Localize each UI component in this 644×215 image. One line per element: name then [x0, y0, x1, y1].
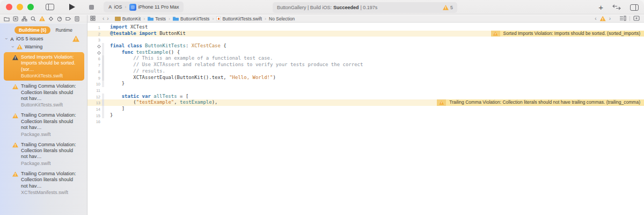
chevron-separator: ›: [211, 16, 214, 22]
navigator-tab-strip: [0, 15, 87, 22]
close-window-button[interactable]: [6, 4, 12, 10]
source-control-navigator-icon[interactable]: [13, 16, 18, 22]
navigator-divider[interactable]: [87, 15, 87, 215]
report-navigator-icon[interactable]: [75, 16, 79, 22]
tab-buildtime[interactable]: Buildtime (5): [14, 26, 50, 34]
code-line-7[interactable]: 7 // Use XCTAssert and related functions…: [87, 62, 644, 68]
code-text: XCTAssertEqual(ButtonKit().text, "Hello,…: [104, 75, 276, 81]
scheme-platform[interactable]: iOS: [114, 4, 122, 10]
breakpoint-navigator-icon[interactable]: [65, 16, 71, 22]
find-navigator-icon[interactable]: [31, 16, 36, 22]
previous-issue-button[interactable]: ‹: [595, 16, 596, 22]
breadcrumb-label: No Selection: [269, 16, 295, 22]
code-line-2[interactable]: 2@testable import ButtonKitSorted Import…: [87, 31, 644, 37]
line-number: 3: [87, 37, 100, 43]
code-line-10[interactable]: 10 }: [87, 81, 644, 87]
code-line-6[interactable]: 6 // This is an example of a functional …: [87, 55, 644, 62]
code-review-button[interactable]: [612, 3, 621, 12]
line-number: 6: [87, 55, 100, 62]
destination-app-icon: [129, 4, 136, 11]
breadcrumb-item[interactable]: ButtonKitTests.swift: [216, 16, 262, 22]
project-navigator-icon[interactable]: [4, 16, 10, 22]
breadcrumb-label: Tests: [155, 16, 166, 22]
next-issue-button[interactable]: ›: [609, 16, 611, 22]
issue-list-item[interactable]: Trailing Comma Violation: Collection lit…: [4, 169, 84, 197]
code-line-5[interactable]: func testExample() {: [87, 49, 644, 56]
code-line-8[interactable]: 8 // results.: [87, 68, 644, 75]
stop-button[interactable]: [89, 5, 94, 10]
breadcrumb-item[interactable]: ButtonKit: [115, 16, 141, 22]
issue-list-item[interactable]: Trailing Comma Violation: Collection lit…: [4, 81, 84, 110]
code-text: static var allTests = [: [104, 94, 188, 100]
issue-navigator-tabs: Buildtime (5) Runtime: [0, 23, 87, 34]
code-line-15[interactable]: 15}: [87, 112, 644, 119]
activity-status-bar[interactable]: ButtonGallery | Build iOS: Succeeded | 0…: [273, 2, 457, 13]
root-label: iOS 5 issues: [16, 36, 43, 41]
symbol-navigator-icon[interactable]: [21, 16, 27, 22]
run-destination[interactable]: iPhone 11 Pro Max: [138, 4, 179, 10]
issue-file-name: Package.swift: [21, 161, 78, 167]
code-line-3[interactable]: 3: [87, 37, 644, 43]
scheme-selector[interactable]: A iOS › iPhone 11 Pro Max: [104, 2, 184, 12]
inline-warning-annotation[interactable]: Trailing Comma Violation: Collection lit…: [437, 99, 644, 106]
breadcrumb: ButtonKit›Tests›ButtonKitTests›ButtonKit…: [115, 16, 295, 22]
add-editor-icon[interactable]: [633, 16, 640, 22]
inline-warning-annotation[interactable]: Sorted Imports Violation: Imports should…: [491, 31, 644, 37]
test-navigator-icon[interactable]: [48, 16, 54, 22]
library-add-button[interactable]: +: [598, 3, 603, 11]
go-back-button[interactable]: ‹: [103, 16, 104, 22]
issue-file-name: XCTestManifests.swift: [21, 190, 78, 196]
code-line-4[interactable]: final class ButtonKitTests: XCTestCase {: [87, 43, 644, 49]
disclosure-chevron-icon[interactable]: ›: [10, 45, 16, 49]
code-line-14[interactable]: 14 ]: [87, 106, 644, 112]
zoom-window-button[interactable]: [27, 4, 34, 10]
warning-icon: [12, 113, 18, 118]
annotation-text: Trailing Comma Violation: Collection lit…: [449, 99, 640, 106]
warning-count: 5: [450, 5, 453, 10]
issue-tree-root[interactable]: › A iOS 5 issues: [0, 35, 87, 42]
test-diamond-icon[interactable]: [87, 43, 100, 49]
editor-options-icon[interactable]: [619, 16, 626, 22]
chevron-separator: ›: [143, 16, 145, 22]
code-text: // This is an example of a functional te…: [104, 55, 273, 62]
status-warning-counter[interactable]: 5: [443, 5, 453, 10]
code-line-16[interactable]: 16: [87, 118, 644, 125]
code-line-13[interactable]: 13 ("testExample", testExample),Trailing…: [87, 99, 644, 106]
source-editor[interactable]: 1import XCTest2@testable import ButtonKi…: [87, 23, 644, 215]
go-forward-button[interactable]: ›: [107, 16, 108, 22]
minimize-window-button[interactable]: [17, 4, 23, 10]
issue-group-warning[interactable]: › Warning: [0, 43, 87, 51]
jump-bar: ‹ › ButtonKit›Tests›ButtonKitTests›Butto…: [87, 15, 644, 22]
warning-icon: [12, 55, 18, 60]
toggle-inspector-icon[interactable]: [630, 4, 639, 11]
test-diamond-icon[interactable]: [87, 49, 100, 56]
breadcrumb-item[interactable]: Tests: [148, 16, 166, 22]
code-text: }: [104, 81, 125, 87]
run-button[interactable]: [69, 4, 75, 10]
line-number: 16: [87, 118, 100, 125]
issue-list-item[interactable]: Trailing Comma Violation: Collection lit…: [4, 140, 84, 168]
debug-navigator-icon[interactable]: [57, 16, 62, 22]
tab-runtime[interactable]: Runtime: [55, 27, 72, 33]
issue-list-item[interactable]: Sorted Imports Violation: Imports should…: [4, 52, 84, 81]
issue-list-item[interactable]: Trailing Comma Violation: Collection lit…: [4, 110, 84, 139]
breadcrumb-item[interactable]: No Selection: [269, 16, 295, 22]
code-line-1[interactable]: 1import XCTest: [87, 24, 644, 31]
code-text: // results.: [104, 68, 165, 75]
line-number: 8: [87, 68, 100, 75]
disclosure-chevron-icon[interactable]: ›: [4, 37, 9, 41]
status-text: ButtonGallery | Build iOS:: [277, 5, 332, 10]
breadcrumb-item[interactable]: ButtonKitTests: [173, 16, 209, 22]
code-text: [104, 118, 110, 125]
code-line-9[interactable]: 9 XCTAssertEqual(ButtonKit().text, "Hell…: [87, 75, 644, 81]
code-line-12[interactable]: 12 static var allTests = [: [87, 94, 644, 100]
issue-warning-icon[interactable]: [600, 16, 606, 22]
related-items-icon[interactable]: [90, 16, 96, 22]
line-number: 13: [87, 99, 100, 106]
code-line-11[interactable]: 11: [87, 87, 644, 94]
warning-icon: [12, 84, 18, 89]
issue-navigator-icon[interactable]: [39, 16, 45, 22]
code-text: // Use XCTAssert and related functions t…: [104, 62, 363, 68]
issue-file-name: ButtonKitTests.swift: [21, 102, 78, 108]
toggle-navigator-icon[interactable]: [46, 4, 54, 10]
